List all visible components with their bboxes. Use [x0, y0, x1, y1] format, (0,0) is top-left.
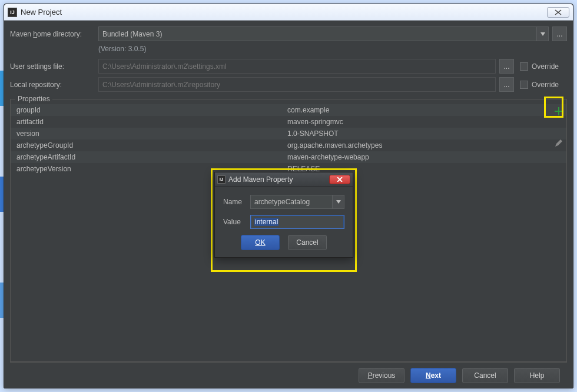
- chevron-down-icon: [336, 200, 341, 204]
- property-key: version: [16, 129, 287, 138]
- property-value: maven-springmvc: [287, 118, 343, 126]
- user-settings-field: C:\Users\Administrator\.m2\settings.xml: [98, 59, 496, 74]
- plus-icon: [555, 107, 563, 115]
- dialog-titlebar: IJ Add Maven Property: [215, 172, 353, 187]
- property-value: com.example: [287, 106, 329, 114]
- properties-legend: Properties: [15, 95, 52, 103]
- dialog-value-row: Value internal: [223, 215, 344, 229]
- table-row[interactable]: archetypeArtifactIdmaven-archetype-webap…: [11, 151, 566, 163]
- user-settings-browse-button[interactable]: ...: [499, 59, 514, 74]
- previous-button[interactable]: Previous: [359, 368, 404, 383]
- maven-home-browse-button[interactable]: ...: [552, 26, 567, 41]
- maven-home-row: Maven home directory: Bundled (Maven 3) …: [10, 26, 567, 41]
- table-row[interactable]: groupIdcom.example: [11, 104, 566, 116]
- next-button[interactable]: Next: [410, 368, 456, 383]
- dialog-close-button[interactable]: [329, 175, 350, 184]
- user-settings-override-label: Override: [532, 62, 567, 71]
- local-repo-override-label: Override: [532, 81, 567, 89]
- dialog-body: Name archetypeCatalog Value internal OK …: [215, 187, 353, 257]
- local-repo-value: C:\Users\Administrator\.m2\repository: [102, 81, 220, 89]
- dialog-title: Add Maven Property: [228, 175, 293, 184]
- titlebar: IJ New Project: [4, 4, 573, 21]
- maven-home-dropdown-button[interactable]: [537, 26, 549, 41]
- user-settings-override-checkbox[interactable]: [520, 62, 528, 71]
- table-row[interactable]: archetypeGroupIdorg.apache.maven.archety…: [11, 139, 566, 151]
- local-repo-field: C:\Users\Administrator\.m2\repository: [98, 77, 496, 92]
- ellipsis-icon: ...: [556, 30, 562, 38]
- close-icon: [337, 177, 343, 182]
- table-row[interactable]: artifactIdmaven-springmvc: [11, 116, 566, 128]
- wizard-button-bar: Previous Next Cancel Help: [10, 362, 567, 388]
- dialog-value-value: internal: [254, 218, 278, 226]
- dialog-name-label: Name: [223, 198, 250, 206]
- dialog-name-dropdown-button[interactable]: [333, 195, 344, 209]
- properties-side-buttons: [551, 103, 567, 151]
- user-settings-label: User settings file:: [10, 62, 98, 71]
- dialog-cancel-button[interactable]: Cancel: [288, 235, 327, 250]
- help-button[interactable]: Help: [514, 368, 560, 383]
- maven-version-line: (Version: 3.0.5): [98, 45, 567, 53]
- chevron-down-icon: [540, 32, 545, 36]
- window-title: New Project: [21, 8, 545, 16]
- dialog-name-value: archetypeCatalog: [254, 198, 310, 206]
- intellij-icon: IJ: [8, 8, 17, 17]
- dialog-ok-button[interactable]: OK: [241, 235, 280, 250]
- cancel-button[interactable]: Cancel: [462, 368, 508, 383]
- intellij-icon: IJ: [217, 175, 226, 184]
- dialog-button-row: OK Cancel: [223, 235, 344, 250]
- local-repo-label: Local repository:: [10, 81, 98, 89]
- properties-table: groupIdcom.exampleartifactIdmaven-spring…: [11, 99, 566, 177]
- property-key: archetypeGroupId: [16, 141, 287, 150]
- property-key: artifactId: [16, 118, 287, 126]
- user-settings-row: User settings file: C:\Users\Administrat…: [10, 59, 567, 74]
- add-property-button[interactable]: [551, 103, 567, 119]
- local-repo-row: Local repository: C:\Users\Administrator…: [10, 77, 567, 92]
- local-repo-override-checkbox[interactable]: [520, 81, 528, 89]
- property-value: maven-archetype-webapp: [287, 153, 369, 161]
- dialog-name-row: Name archetypeCatalog: [223, 195, 344, 209]
- property-value: org.apache.maven.archetypes: [287, 141, 382, 150]
- dialog-value-field[interactable]: internal: [250, 215, 344, 229]
- property-value: 1.0-SNAPSHOT: [287, 129, 339, 138]
- ellipsis-icon: ...: [503, 81, 509, 89]
- maven-home-field[interactable]: Bundled (Maven 3): [98, 26, 537, 41]
- dialog-name-field[interactable]: archetypeCatalog: [250, 195, 333, 209]
- add-maven-property-dialog: IJ Add Maven Property Name archetypeCata…: [214, 172, 353, 258]
- close-button[interactable]: [547, 7, 569, 18]
- property-key: archetypeArtifactId: [16, 153, 287, 161]
- user-settings-value: C:\Users\Administrator\.m2\settings.xml: [102, 62, 227, 71]
- maven-home-value: Bundled (Maven 3): [102, 30, 162, 38]
- ellipsis-icon: ...: [503, 62, 509, 71]
- dialog-value-label: Value: [223, 218, 250, 226]
- pencil-icon: [555, 139, 563, 147]
- property-key: groupId: [16, 106, 287, 114]
- edit-property-button[interactable]: [551, 135, 567, 151]
- maven-home-label: Maven home directory:: [10, 30, 98, 38]
- local-repo-browse-button[interactable]: ...: [499, 77, 514, 92]
- table-row[interactable]: version1.0-SNAPSHOT: [11, 128, 566, 139]
